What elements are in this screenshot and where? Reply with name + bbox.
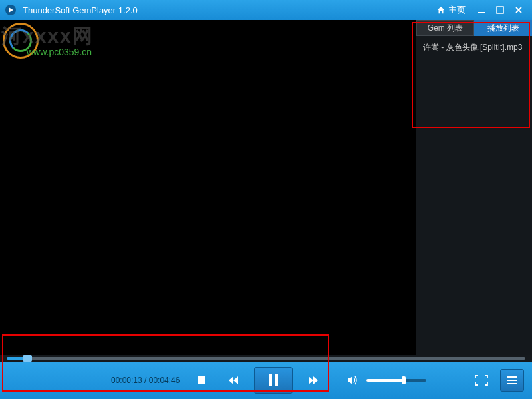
sidebar-panel: Gem 列表 播放列表 许嵩 - 灰色头像.[SplitIt].mp3: [416, 20, 532, 355]
volume-fill: [366, 379, 404, 382]
maximize-button[interactable]: [491, 3, 509, 17]
close-icon: [515, 6, 523, 14]
home-icon: [436, 5, 446, 15]
svg-rect-8: [507, 383, 517, 384]
playlist-toggle-button[interactable]: [500, 369, 524, 392]
home-button[interactable]: 主页: [430, 4, 472, 16]
playlist-item[interactable]: 许嵩 - 灰色头像.[SplitIt].mp3: [422, 40, 527, 55]
home-label: 主页: [448, 4, 466, 16]
svg-rect-7: [507, 380, 517, 381]
body-area: 河xxxx网 www.pc0359.cn Gem 列表 播放列表 许嵩 - 灰色…: [0, 20, 532, 355]
progress-fill: [7, 357, 25, 360]
watermark-badge: [3, 23, 39, 59]
svg-rect-1: [478, 12, 485, 13]
previous-icon: [227, 374, 239, 386]
close-button[interactable]: [509, 3, 528, 17]
minimize-icon: [477, 6, 485, 14]
tab-playlist[interactable]: 播放列表: [474, 20, 532, 36]
playlist: 许嵩 - 灰色头像.[SplitIt].mp3: [416, 36, 532, 355]
next-button[interactable]: [302, 369, 325, 392]
svg-rect-3: [198, 376, 205, 384]
play-pause-button[interactable]: [254, 367, 293, 394]
volume-slider[interactable]: [366, 379, 426, 382]
next-icon: [307, 374, 319, 386]
volume-button[interactable]: [344, 369, 361, 392]
fullscreen-icon: [475, 375, 488, 386]
tab-gem-list[interactable]: Gem 列表: [416, 20, 474, 36]
svg-rect-6: [507, 376, 517, 378]
title-bar: ThunderSoft GemPlayer 1.2.0 主页: [0, 0, 532, 20]
minimize-button[interactable]: [472, 3, 491, 17]
app-icon: [4, 3, 17, 17]
time-display: 00:00:13 / 00:04:46: [111, 376, 180, 385]
fullscreen-button[interactable]: [469, 369, 493, 392]
volume-icon: [346, 374, 358, 386]
sidebar-tabs: Gem 列表 播放列表: [416, 20, 532, 36]
svg-rect-4: [269, 374, 272, 386]
pause-icon: [267, 373, 280, 388]
control-bar: 00:00:13 / 00:04:46: [0, 362, 532, 399]
app-window: ThunderSoft GemPlayer 1.2.0 主页 河xxxx网 ww…: [0, 0, 532, 399]
stop-button[interactable]: [190, 369, 213, 392]
volume-thumb[interactable]: [402, 376, 406, 384]
divider: [334, 369, 334, 392]
progress-bar[interactable]: [0, 355, 532, 362]
svg-rect-5: [275, 374, 278, 386]
progress-thumb[interactable]: [23, 355, 32, 362]
stop-icon: [196, 375, 207, 386]
svg-rect-2: [497, 7, 503, 13]
watermark-text: 河xxxx网: [1, 23, 94, 50]
maximize-icon: [496, 6, 504, 14]
transport-controls: [190, 367, 325, 394]
progress-track: [7, 357, 525, 360]
total-time: 00:04:46: [149, 376, 180, 385]
volume-control: [344, 369, 426, 392]
app-title: ThunderSoft GemPlayer 1.2.0: [23, 5, 138, 15]
watermark-site: www.pc0359.cn: [27, 47, 92, 57]
list-icon: [506, 376, 518, 385]
current-time: 00:00:13: [111, 376, 142, 385]
previous-button[interactable]: [222, 369, 245, 392]
video-display[interactable]: 河xxxx网 www.pc0359.cn: [0, 20, 416, 355]
